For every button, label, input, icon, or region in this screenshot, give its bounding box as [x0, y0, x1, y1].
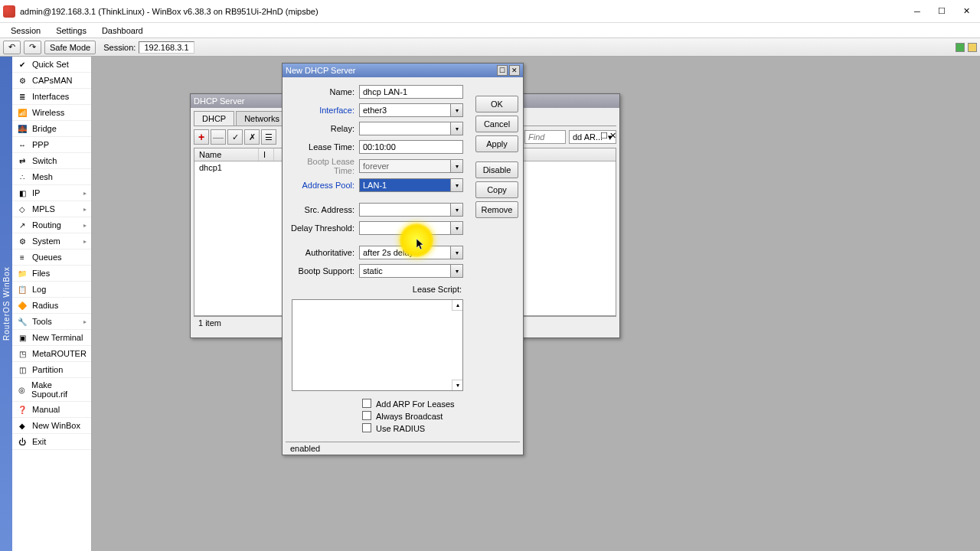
relay-dropdown[interactable]: ▾: [451, 122, 463, 135]
cancel-button[interactable]: Cancel: [475, 116, 518, 132]
lease-time-input[interactable]: 00:10:00: [359, 140, 463, 154]
sidebar-item-new-winbox[interactable]: ◆New WinBox: [12, 418, 91, 434]
lock-icon[interactable]: [968, 43, 977, 52]
src-address-dropdown[interactable]: ▾: [451, 203, 463, 217]
scroll-up-icon[interactable]: ▴: [452, 300, 462, 311]
tab-dhcp[interactable]: DHCP: [194, 111, 234, 126]
delay-threshold-input[interactable]: [359, 221, 451, 235]
maximize-button[interactable]: ☐: [931, 4, 952, 19]
disable-button[interactable]: ✗: [244, 129, 260, 145]
sidebar-item-ip[interactable]: ◧IP▸: [12, 185, 91, 201]
sidebar-item-partition[interactable]: ◫Partition: [12, 362, 91, 378]
add-arp-checkbox[interactable]: [362, 399, 371, 408]
sidebar-item-label: Switch: [32, 156, 57, 165]
sidebar-item-label: Mesh: [32, 172, 53, 181]
sidebar-item-tools[interactable]: 🔧Tools▸: [12, 314, 91, 330]
sidebar-item-make-supout.rif[interactable]: ◎Make Supout.rif: [12, 378, 91, 402]
app-icon: [3, 5, 15, 18]
sidebar-item-routing[interactable]: ↗Routing▸: [12, 217, 91, 233]
sidebar-item-mesh[interactable]: ∴Mesh: [12, 169, 91, 185]
close-button[interactable]: ✕: [956, 4, 977, 19]
menu-dashboard[interactable]: Dashboard: [94, 24, 151, 37]
always-broadcast-checkbox[interactable]: [362, 411, 371, 420]
col-interface[interactable]: I: [259, 148, 274, 161]
label-lease-script: Lease Script:: [413, 285, 462, 294]
minimize-button[interactable]: ─: [906, 4, 928, 19]
sidebar-item-manual[interactable]: ❓Manual: [12, 402, 91, 418]
ok-button[interactable]: OK: [475, 96, 518, 112]
sidebar-item-quick-set[interactable]: ✔Quick Set: [12, 57, 91, 73]
relay-input[interactable]: [359, 122, 451, 135]
chevron-right-icon: ▸: [83, 238, 87, 245]
window-title: admin@192.168.3.1 (ThinkLinux) - WinBox …: [20, 7, 903, 16]
label-authoritative: Authoritative:: [289, 248, 359, 257]
bootp-lease-dropdown[interactable]: ▾: [451, 159, 463, 173]
chevron-right-icon: ▸: [83, 190, 87, 197]
session-label: Session:: [103, 43, 136, 52]
sidebar-item-bridge[interactable]: 🌉Bridge: [12, 121, 91, 137]
find-input[interactable]: [524, 130, 566, 144]
sidebar-item-interfaces[interactable]: ≣Interfaces: [12, 89, 91, 105]
authoritative-input[interactable]: after 2s delay: [359, 246, 451, 259]
use-radius-checkbox[interactable]: [362, 423, 371, 432]
interface-input[interactable]: ether3: [359, 103, 451, 117]
dhcp-restore-button[interactable]: ☐: [600, 131, 608, 141]
bootp-support-input[interactable]: static: [359, 264, 451, 278]
sidebar-item-system[interactable]: ⚙System▸: [12, 233, 91, 249]
apply-button[interactable]: Apply: [475, 135, 518, 152]
sidebar-icon: ◆: [17, 420, 28, 431]
safe-mode-button[interactable]: Safe Mode: [44, 41, 96, 54]
sidebar-item-label: Queues: [32, 253, 62, 262]
sidebar-item-label: Manual: [32, 405, 60, 414]
sidebar-icon: 📁: [17, 268, 28, 279]
remove-button[interactable]: Remove: [475, 201, 518, 218]
label-interface[interactable]: Interface:: [289, 106, 359, 115]
label-bootp-lease: Bootp Lease Time:: [289, 157, 359, 175]
sidebar-item-mpls[interactable]: ◇MPLS▸: [12, 201, 91, 217]
sidebar-item-files[interactable]: 📁Files: [12, 266, 91, 282]
sidebar-item-wireless[interactable]: 📶Wireless: [12, 105, 91, 121]
bootp-support-dropdown[interactable]: ▾: [451, 264, 463, 278]
bootp-lease-input[interactable]: forever: [359, 159, 451, 173]
sidebar-item-capsman[interactable]: ⚙CAPsMAN: [12, 73, 91, 89]
sidebar-item-exit[interactable]: ⏻Exit: [12, 434, 91, 450]
disable-button[interactable]: Disable: [475, 161, 518, 178]
copy-button[interactable]: Copy: [475, 181, 518, 198]
remove-button[interactable]: —: [211, 129, 226, 145]
scroll-down-icon[interactable]: ▾: [452, 380, 462, 390]
lease-script-input[interactable]: ▴ ▾: [292, 299, 463, 391]
interface-dropdown[interactable]: ▾: [451, 103, 463, 117]
dialog-title: New DHCP Server: [286, 66, 495, 75]
back-button[interactable]: ↶: [3, 41, 21, 54]
tab-networks[interactable]: Networks: [236, 111, 288, 126]
delay-threshold-dropdown[interactable]: ▾: [451, 221, 463, 235]
menu-settings[interactable]: Settings: [48, 24, 94, 37]
name-input[interactable]: dhcp LAN-1: [359, 85, 463, 99]
sidebar-item-radius[interactable]: 🔶Radius: [12, 298, 91, 314]
sidebar-item-metarouter[interactable]: ◳MetaROUTER: [12, 346, 91, 362]
label-delay-threshold: Delay Threshold:: [289, 223, 359, 233]
address-pool-input[interactable]: LAN-1: [359, 178, 451, 192]
sidebar-item-queues[interactable]: ≡Queues: [12, 249, 91, 266]
sidebar-item-ppp[interactable]: ↔PPP: [12, 137, 91, 153]
sidebar-item-log[interactable]: 📋Log: [12, 282, 91, 298]
forward-button[interactable]: ↷: [24, 41, 41, 54]
sidebar-item-switch[interactable]: ⇄Switch: [12, 153, 91, 169]
dialog-restore-button[interactable]: ☐: [497, 65, 508, 76]
enable-button[interactable]: ✓: [227, 129, 243, 145]
src-address-input[interactable]: [359, 203, 451, 217]
add-button[interactable]: +: [194, 129, 209, 145]
dhcp-close-button[interactable]: ✕: [609, 131, 616, 141]
sidebar-item-label: PPP: [32, 140, 49, 149]
sidebar-item-new-terminal[interactable]: ▣New Terminal: [12, 330, 91, 346]
sidebar-icon: ∴: [17, 171, 28, 182]
menu-session[interactable]: Session: [3, 24, 48, 37]
address-pool-dropdown[interactable]: ▾: [451, 178, 463, 192]
label-src-address: Src. Address:: [289, 205, 359, 214]
comment-button[interactable]: ☰: [261, 129, 276, 145]
add-arp-label: Add ARP For Leases: [376, 399, 455, 409]
dialog-close-button[interactable]: ✕: [509, 65, 520, 76]
col-name[interactable]: Name: [194, 148, 259, 161]
label-address-pool[interactable]: Address Pool:: [289, 181, 359, 190]
authoritative-dropdown[interactable]: ▾: [451, 246, 463, 259]
